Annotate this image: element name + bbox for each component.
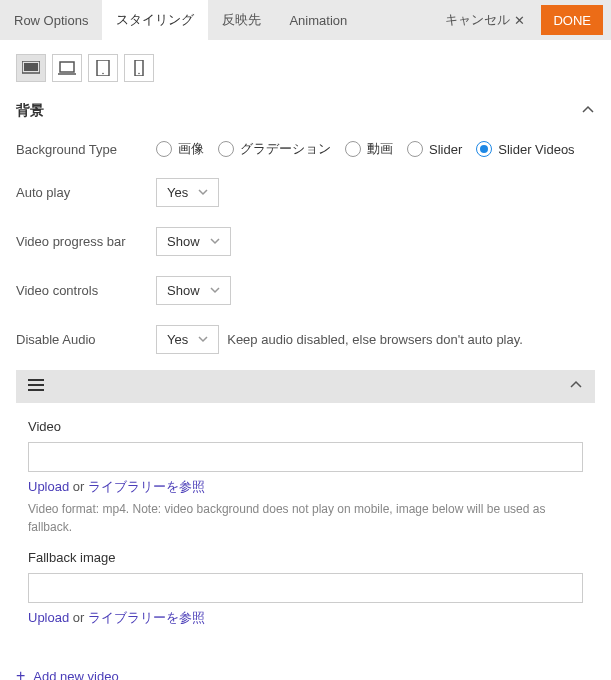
radio-slider-videos[interactable]: Slider Videos: [476, 141, 574, 157]
row-background-type: Background Type 画像 グラデーション 動画 Slider Sli…: [16, 130, 595, 168]
select-value: Yes: [167, 185, 188, 200]
upload-link[interactable]: Upload: [28, 610, 69, 625]
section-head-background: 背景: [16, 92, 595, 130]
browse-library-link[interactable]: ライブラリーを参照: [88, 610, 205, 625]
laptop-icon: [58, 61, 76, 75]
tab-row-options[interactable]: Row Options: [0, 0, 102, 40]
radio-image[interactable]: 画像: [156, 140, 204, 158]
add-video-button[interactable]: + Add new video: [16, 653, 595, 680]
field-fallback: Fallback image Upload or ライブラリーを参照: [28, 550, 583, 627]
tab-styling[interactable]: スタイリング: [102, 0, 208, 40]
browse-library-link[interactable]: ライブラリーを参照: [88, 479, 205, 494]
chevron-up-icon[interactable]: [581, 103, 595, 120]
video-item-header: [16, 370, 595, 403]
controls-select[interactable]: Show: [156, 276, 231, 305]
radio-slider[interactable]: Slider: [407, 141, 462, 157]
chevron-down-icon: [198, 332, 208, 347]
controls-label: Video controls: [16, 283, 156, 298]
radio-label: Slider Videos: [498, 142, 574, 157]
fallback-input[interactable]: [28, 573, 583, 603]
video-input[interactable]: [28, 442, 583, 472]
svg-point-7: [138, 73, 140, 75]
section-title: 背景: [16, 102, 44, 120]
upload-link[interactable]: Upload: [28, 479, 69, 494]
or-text: or: [73, 610, 85, 625]
row-controls: Video controls Show: [16, 266, 595, 315]
fallback-upload-line: Upload or ライブラリーを参照: [28, 609, 583, 627]
radio-label: 動画: [367, 140, 393, 158]
progress-label: Video progress bar: [16, 234, 156, 249]
device-row: [0, 40, 611, 92]
chevron-down-icon: [210, 283, 220, 298]
chevron-down-icon: [198, 185, 208, 200]
radio-gradient[interactable]: グラデーション: [218, 140, 331, 158]
tab-destination[interactable]: 反映先: [208, 0, 275, 40]
video-label: Video: [28, 419, 583, 434]
progress-select[interactable]: Show: [156, 227, 231, 256]
radio-label: Slider: [429, 142, 462, 157]
select-value: Show: [167, 234, 200, 249]
field-video: Video Upload or ライブラリーを参照 Video format: …: [28, 419, 583, 536]
device-desktop[interactable]: [16, 54, 46, 82]
svg-rect-1: [24, 63, 38, 71]
device-tablet[interactable]: [88, 54, 118, 82]
top-bar: Row Options スタイリング 反映先 Animation キャンセル ✕…: [0, 0, 611, 40]
svg-rect-2: [60, 62, 74, 72]
radio-label: 画像: [178, 140, 204, 158]
fallback-label: Fallback image: [28, 550, 583, 565]
disable-audio-hint: Keep audio disabled, else browsers don't…: [227, 332, 523, 347]
content: 背景 Background Type 画像 グラデーション 動画 Slider: [0, 92, 611, 680]
svg-point-5: [102, 73, 104, 75]
done-button[interactable]: DONE: [541, 5, 603, 35]
plus-icon: +: [16, 667, 25, 680]
or-text: or: [73, 479, 85, 494]
radio-video[interactable]: 動画: [345, 140, 393, 158]
device-mobile[interactable]: [124, 54, 154, 82]
autoplay-label: Auto play: [16, 185, 156, 200]
cancel-label: キャンセル: [445, 11, 510, 29]
select-value: Show: [167, 283, 200, 298]
tab-animation[interactable]: Animation: [275, 0, 361, 40]
radio-icon: [156, 141, 172, 157]
disable-audio-label: Disable Audio: [16, 332, 156, 347]
video-item-body: Video Upload or ライブラリーを参照 Video format: …: [16, 403, 595, 653]
radio-icon: [218, 141, 234, 157]
chevron-up-icon[interactable]: [569, 378, 583, 395]
autoplay-select[interactable]: Yes: [156, 178, 219, 207]
row-progress: Video progress bar Show: [16, 217, 595, 266]
close-icon: ✕: [514, 13, 525, 28]
video-format-note: Video format: mp4. Note: video backgroun…: [28, 500, 583, 536]
radio-icon: [345, 141, 361, 157]
device-laptop[interactable]: [52, 54, 82, 82]
radio-label: グラデーション: [240, 140, 331, 158]
disable-audio-select[interactable]: Yes: [156, 325, 219, 354]
mobile-icon: [134, 60, 144, 76]
add-video-label: Add new video: [33, 669, 118, 681]
desktop-icon: [22, 61, 40, 75]
video-upload-line: Upload or ライブラリーを参照: [28, 478, 583, 496]
bg-type-radios: 画像 グラデーション 動画 Slider Slider Videos: [156, 140, 595, 158]
select-value: Yes: [167, 332, 188, 347]
radio-icon: [476, 141, 492, 157]
tabs: Row Options スタイリング 反映先 Animation: [0, 0, 361, 40]
cancel-button[interactable]: キャンセル ✕: [435, 11, 535, 29]
tablet-icon: [96, 60, 110, 76]
row-disable-audio: Disable Audio Yes Keep audio disabled, e…: [16, 315, 595, 364]
drag-handle-icon[interactable]: [28, 378, 44, 395]
radio-icon: [407, 141, 423, 157]
row-autoplay: Auto play Yes: [16, 168, 595, 217]
chevron-down-icon: [210, 234, 220, 249]
bg-type-label: Background Type: [16, 142, 156, 157]
